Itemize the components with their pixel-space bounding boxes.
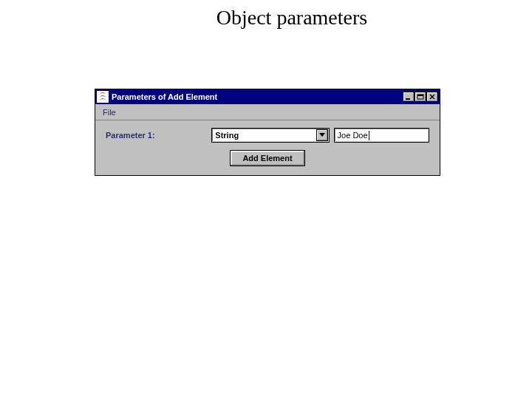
parameter-row: Parameter 1: String Joe Doe xyxy=(106,128,429,143)
menu-file[interactable]: File xyxy=(98,106,120,118)
parameter-1-label: Parameter 1: xyxy=(106,131,207,140)
title-bar: Parameters of Add Element xyxy=(95,89,440,104)
app-icon xyxy=(97,91,109,103)
button-row: Add Element xyxy=(106,150,429,166)
dialog-window: Parameters of Add Element File Parameter… xyxy=(95,89,440,176)
dialog-content: Parameter 1: String Joe Doe Add Element xyxy=(95,120,440,175)
menu-bar: File xyxy=(95,104,440,120)
close-button[interactable] xyxy=(426,92,438,102)
parameter-value-input[interactable]: Joe Doe xyxy=(334,128,429,143)
parameter-value-text: Joe Doe xyxy=(338,131,368,140)
maximize-button[interactable] xyxy=(415,92,426,102)
minimize-button[interactable] xyxy=(403,92,415,102)
page-heading: Object parameters xyxy=(52,6,532,30)
text-cursor xyxy=(369,131,369,140)
svg-marker-3 xyxy=(319,133,325,137)
window-title: Parameters of Add Element xyxy=(112,92,403,101)
chevron-down-icon[interactable] xyxy=(316,129,328,141)
add-element-button[interactable]: Add Element xyxy=(230,150,304,166)
parameter-type-value: String xyxy=(215,131,239,140)
svg-rect-2 xyxy=(417,95,423,96)
window-controls xyxy=(403,92,440,102)
parameter-type-combobox[interactable]: String xyxy=(211,128,329,143)
svg-rect-0 xyxy=(406,98,410,100)
